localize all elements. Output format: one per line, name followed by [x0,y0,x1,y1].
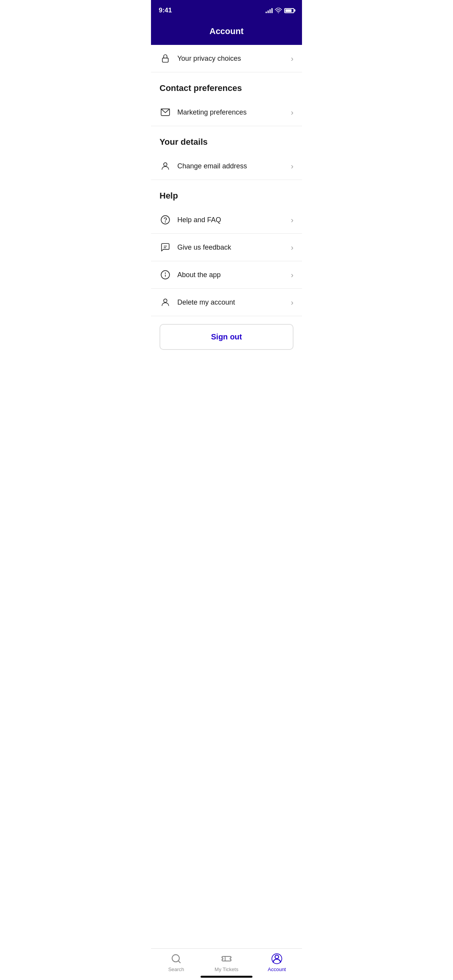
status-time: 9:41 [159,7,172,14]
chevron-right-icon: › [291,162,293,171]
marketing-preferences-item[interactable]: Marketing preferences › [151,99,302,126]
marketing-preferences-label: Marketing preferences [177,108,291,117]
svg-point-3 [164,163,167,166]
svg-point-0 [278,12,279,13]
delete-person-icon [160,296,171,308]
help-faq-item[interactable]: Help and FAQ › [151,206,302,234]
status-bar: 9:41 [151,0,302,19]
signal-icon [266,8,273,13]
privacy-choices-item[interactable]: Your privacy choices › [151,45,302,72]
battery-icon [284,8,294,13]
chevron-right-icon: › [291,216,293,224]
feedback-icon [160,242,171,253]
chevron-right-icon: › [291,54,293,63]
help-header: Help [151,180,302,206]
chevron-right-icon: › [291,298,293,307]
chevron-right-icon: › [291,271,293,279]
sign-out-container: Sign out [151,316,302,362]
delete-account-label: Delete my account [177,298,291,307]
svg-point-4 [161,216,170,224]
change-email-label: Change email address [177,162,291,170]
status-icons [266,8,294,13]
svg-rect-1 [162,58,168,62]
about-app-label: About the app [177,271,291,279]
contact-preferences-header: Contact preferences [151,72,302,99]
feedback-item[interactable]: Give us feedback › [151,234,302,261]
chevron-right-icon: › [291,108,293,117]
envelope-icon [160,106,171,118]
chevron-right-icon: › [291,243,293,252]
person-icon [160,160,171,172]
sign-out-button[interactable]: Sign out [160,324,293,350]
privacy-choices-label: Your privacy choices [177,55,291,63]
question-icon [160,214,171,226]
feedback-label: Give us feedback [177,243,291,252]
your-details-header: Your details [151,126,302,152]
help-faq-label: Help and FAQ [177,216,291,224]
delete-account-item[interactable]: Delete my account › [151,289,302,316]
wifi-icon [275,8,282,13]
lock-icon [160,53,171,64]
content-area: Your privacy choices › Contact preferenc… [151,45,302,400]
svg-point-11 [164,299,167,302]
info-icon [160,269,171,281]
page-header: Account [151,19,302,45]
about-app-item[interactable]: About the app › [151,261,302,289]
change-email-item[interactable]: Change email address › [151,152,302,180]
page-title: Account [209,26,244,36]
